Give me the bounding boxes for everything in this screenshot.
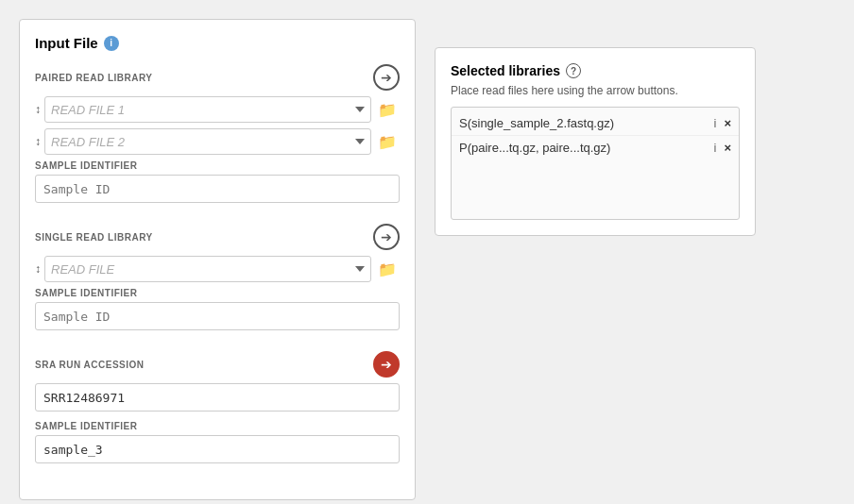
lib-close-btn-1[interactable]: × xyxy=(724,116,731,130)
paired-section-header: PAIRED READ LIBRARY ➔ xyxy=(35,64,400,91)
lib-info-btn-2[interactable]: i xyxy=(714,141,717,155)
libraries-title: Selected libraries ? xyxy=(451,63,740,78)
info-icon[interactable]: i xyxy=(104,36,119,51)
library-item-actions: i × xyxy=(714,116,731,130)
libraries-title-text: Selected libraries xyxy=(451,63,560,78)
single-sample-id-label: SAMPLE IDENTIFIER xyxy=(35,288,400,298)
read-file-1-row: ↕ READ FILE 1 📁 xyxy=(35,96,400,123)
library-list: S(single_sample_2.fastq.gz) i × P(paire.… xyxy=(451,107,740,220)
sra-section-label: SRA RUN ACCESSION xyxy=(35,360,145,370)
list-item: S(single_sample_2.fastq.gz) i × xyxy=(452,111,739,136)
sra-run-section: SRA RUN ACCESSION ➔ SAMPLE IDENTIFIER xyxy=(35,351,400,473)
folder-btn-1[interactable]: 📁 xyxy=(375,97,400,122)
list-item: P(paire...tq.gz, paire...tq.gz) i × xyxy=(452,136,739,160)
lib-close-btn-2[interactable]: × xyxy=(724,141,731,155)
paired-read-library-section: PAIRED READ LIBRARY ➔ ↕ READ FILE 1 📁 ↕ … xyxy=(35,64,400,212)
single-section-label: SINGLE READ LIBRARY xyxy=(35,232,153,243)
libraries-question-icon[interactable]: ? xyxy=(566,63,581,78)
panel-title: Input File i xyxy=(35,35,400,51)
read-file-2-row: ↕ READ FILE 2 📁 xyxy=(35,128,400,155)
sra-arrow-button[interactable]: ➔ xyxy=(373,351,400,378)
sra-sample-id-input[interactable] xyxy=(35,435,400,463)
single-section-header: SINGLE READ LIBRARY ➔ xyxy=(35,224,400,250)
sort-icon-1: ↕ xyxy=(35,103,41,116)
paired-sample-id-input[interactable] xyxy=(35,175,400,203)
read-file-2-select[interactable]: READ FILE 2 xyxy=(44,128,371,155)
sort-icon-single: ↕ xyxy=(35,262,41,276)
library-item-actions: i × xyxy=(714,141,731,155)
panel-title-text: Input File xyxy=(35,35,98,51)
single-sample-id-input[interactable] xyxy=(35,302,400,330)
paired-sample-id-label: SAMPLE IDENTIFIER xyxy=(35,160,400,171)
sra-accession-input[interactable] xyxy=(35,383,400,412)
libraries-subtitle: Place read files here using the arrow bu… xyxy=(451,84,740,97)
selected-libraries-panel: Selected libraries ? Place read files he… xyxy=(435,47,756,236)
single-arrow-button[interactable]: ➔ xyxy=(373,224,400,250)
lib-info-btn-1[interactable]: i xyxy=(714,116,717,130)
library-item-label: P(paire...tq.gz, paire...tq.gz) xyxy=(459,141,714,155)
folder-btn-single[interactable]: 📁 xyxy=(375,257,400,281)
sort-icon-2: ↕ xyxy=(35,135,41,148)
read-file-1-select[interactable]: READ FILE 1 xyxy=(44,96,371,123)
read-file-single-row: ↕ READ FILE 📁 xyxy=(35,256,400,282)
folder-btn-2[interactable]: 📁 xyxy=(375,129,400,154)
sra-section-header: SRA RUN ACCESSION ➔ xyxy=(35,351,400,378)
sra-sample-id-label: SAMPLE IDENTIFIER xyxy=(35,421,400,431)
library-item-label: S(single_sample_2.fastq.gz) xyxy=(459,116,714,130)
input-file-panel: Input File i PAIRED READ LIBRARY ➔ ↕ REA… xyxy=(19,19,416,500)
read-file-single-select[interactable]: READ FILE xyxy=(44,256,371,282)
paired-arrow-button[interactable]: ➔ xyxy=(373,64,400,91)
paired-section-label: PAIRED READ LIBRARY xyxy=(35,73,153,83)
single-read-library-section: SINGLE READ LIBRARY ➔ ↕ READ FILE 📁 SAMP… xyxy=(35,224,400,340)
